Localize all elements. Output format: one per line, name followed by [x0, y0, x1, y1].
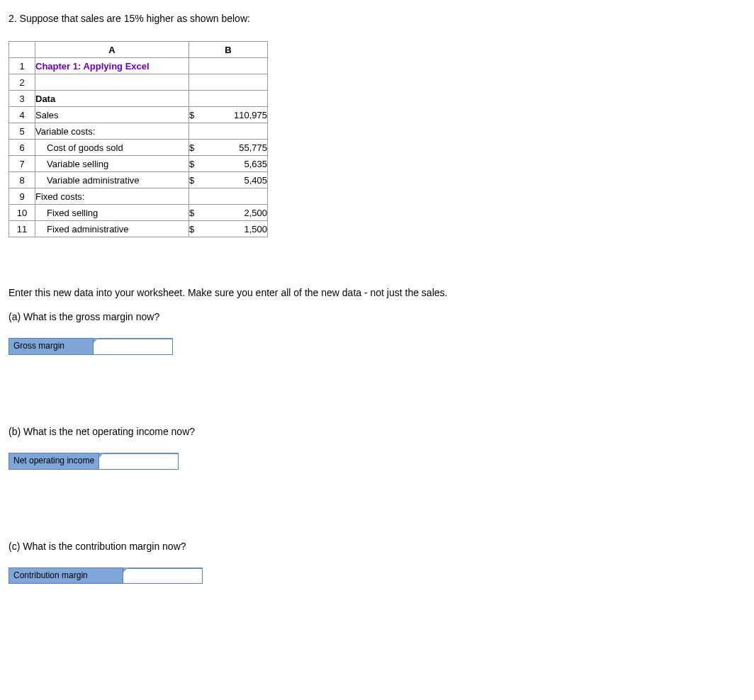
table-row: 8Variable administrative$5,405	[9, 172, 268, 188]
currency-symbol: $	[189, 159, 194, 169]
cell-a: Fixed selling	[35, 205, 189, 221]
subquestion-c: (c) What is the contribution margin now?	[9, 541, 745, 552]
cell-a: Data	[35, 91, 189, 107]
cell-b	[189, 58, 268, 74]
cell-b: $2,500	[189, 205, 268, 221]
row-number: 5	[9, 123, 35, 140]
input-notch-icon	[99, 453, 104, 458]
table-row: 4Sales$110,975	[9, 107, 268, 123]
answer-block-b: Net operating income	[9, 453, 745, 470]
input-notch-icon	[123, 568, 128, 572]
row-number: 3	[9, 91, 35, 107]
col-header-b: B	[189, 42, 268, 58]
row-number: 10	[9, 205, 35, 221]
amount-value: 55,775	[239, 142, 267, 153]
amount-value: 1,500	[244, 224, 267, 235]
amount-value: 5,405	[244, 175, 267, 186]
row-number: 7	[9, 156, 35, 172]
cell-b: $1,500	[189, 221, 268, 237]
cell-a: Variable administrative	[35, 172, 189, 188]
col-header-a: A	[35, 42, 189, 58]
gross-margin-label: Gross margin	[9, 338, 94, 355]
cell-b: $5,405	[189, 172, 268, 188]
cell-a: Fixed administrative	[35, 221, 189, 237]
cell-b: $55,775	[189, 140, 268, 156]
row-number: 1	[9, 58, 35, 74]
subquestion-a: (a) What is the gross margin now?	[9, 311, 745, 322]
table-row: 1Chapter 1: Applying Excel	[9, 58, 268, 74]
net-operating-income-label: Net operating income	[9, 453, 99, 470]
cell-a: Fixed costs:	[35, 188, 189, 205]
instruction-text: Enter this new data into your worksheet.…	[9, 287, 745, 298]
cell-a: Variable costs:	[35, 123, 189, 140]
cell-a: Chapter 1: Applying Excel	[35, 58, 189, 74]
subquestion-b: (b) What is the net operating income now…	[9, 426, 745, 437]
table-row: 10Fixed selling$2,500	[9, 205, 268, 221]
amount-value: 110,975	[234, 110, 267, 120]
cell-b	[189, 188, 268, 205]
net-operating-income-input[interactable]	[99, 453, 179, 470]
cell-b: $5,635	[189, 156, 268, 172]
corner-cell	[9, 42, 35, 58]
cell-b	[189, 91, 268, 107]
table-row: 6Cost of goods sold$55,775	[9, 140, 268, 156]
table-row: 2	[9, 74, 268, 91]
table-row: 9Fixed costs:	[9, 188, 268, 205]
contribution-margin-input[interactable]	[123, 568, 203, 585]
row-number: 9	[9, 188, 35, 205]
cell-a	[35, 74, 189, 91]
row-number: 2	[9, 74, 35, 91]
table-row: 3Data	[9, 91, 268, 107]
contribution-margin-label: Contribution margin	[9, 568, 123, 585]
answer-block-a: Gross margin	[9, 338, 745, 355]
table-row: 11Fixed administrative$1,500	[9, 221, 268, 237]
cell-b	[189, 74, 268, 91]
currency-symbol: $	[189, 110, 194, 120]
row-number: 4	[9, 107, 35, 123]
cell-b: $110,975	[189, 107, 268, 123]
currency-symbol: $	[189, 224, 194, 235]
spreadsheet-table: A B 1Chapter 1: Applying Excel23Data4Sal…	[9, 41, 268, 237]
answer-block-c: Contribution margin	[9, 568, 745, 585]
cell-a: Sales	[35, 107, 189, 123]
gross-margin-input[interactable]	[94, 338, 173, 355]
row-number: 8	[9, 172, 35, 188]
table-row: 7Variable selling$5,635	[9, 156, 268, 172]
question-prompt: 2. Suppose that sales are 15% higher as …	[9, 13, 745, 24]
row-number: 6	[9, 140, 35, 156]
row-number: 11	[9, 221, 35, 237]
table-row: 5Variable costs:	[9, 123, 268, 140]
currency-symbol: $	[189, 175, 194, 186]
cell-b	[189, 123, 268, 140]
currency-symbol: $	[189, 208, 194, 218]
cell-a: Cost of goods sold	[35, 140, 189, 156]
input-notch-icon	[94, 338, 99, 343]
amount-value: 5,635	[244, 159, 267, 169]
amount-value: 2,500	[244, 208, 267, 218]
currency-symbol: $	[189, 142, 194, 153]
cell-a: Variable selling	[35, 156, 189, 172]
